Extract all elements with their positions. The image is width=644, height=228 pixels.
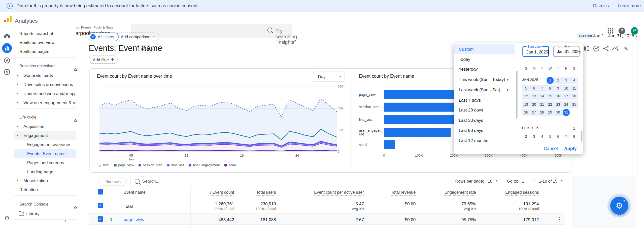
insights-spark-icon[interactable] bbox=[612, 45, 619, 52]
collapse-section-icon[interactable] bbox=[74, 65, 77, 68]
legend-item-first_visit[interactable]: first_visit bbox=[167, 163, 184, 167]
calendar-day[interactable]: 8 bbox=[546, 85, 554, 92]
calendar-day[interactable]: 21 bbox=[538, 101, 546, 108]
calendar-day[interactable]: 26 bbox=[522, 109, 530, 116]
select-all-checkbox[interactable]: − bbox=[98, 189, 103, 194]
column-header-total-users[interactable]: Total users bbox=[256, 190, 276, 194]
range-option-last-week-sun-sat-[interactable]: Last week (Sun - Sat)▸ bbox=[454, 85, 515, 95]
calendar-day[interactable]: 15 bbox=[546, 93, 554, 100]
calendar-day[interactable]: 9 bbox=[554, 85, 562, 92]
bar-user_engagement[interactable] bbox=[384, 128, 451, 137]
calendar-day[interactable]: 2 bbox=[554, 77, 562, 84]
calendar-day[interactable]: 3 bbox=[530, 133, 538, 140]
calendar-day[interactable]: 13 bbox=[530, 93, 538, 100]
data-quality-chip[interactable]: ▾ bbox=[138, 45, 153, 53]
legend-item-session_start[interactable]: session_start bbox=[139, 163, 162, 167]
prev-page-icon[interactable]: ‹ bbox=[533, 178, 535, 184]
legend-item-user_engagement[interactable]: user_engagement bbox=[189, 163, 220, 167]
explore-icon[interactable] bbox=[2, 55, 12, 65]
calendar-day[interactable]: 5 bbox=[522, 85, 530, 92]
column-header-event-count[interactable]: ↓ Event count bbox=[209, 190, 234, 194]
chevron-down-icon[interactable]: ▾ bbox=[496, 179, 497, 183]
calendar-day[interactable]: 7 bbox=[562, 133, 570, 140]
sidebar-item-pages-and-screens[interactable]: Pages and screens bbox=[14, 158, 76, 167]
share-icon[interactable] bbox=[602, 45, 609, 52]
next-page-icon[interactable]: › bbox=[561, 178, 563, 184]
calendar-day[interactable]: 11 bbox=[570, 85, 578, 92]
range-option-last-7-days[interactable]: Last 7 days bbox=[454, 95, 515, 105]
calendar-day[interactable]: 29 bbox=[546, 109, 554, 116]
calendar-day[interactable]: 23 bbox=[554, 101, 562, 108]
sidebar-item-understand-web-and-or-app-traffic[interactable]: ▸Understand web and/or app traffic bbox=[14, 89, 76, 98]
calendar-day[interactable]: 16 bbox=[554, 93, 562, 100]
calendar-day[interactable]: 4 bbox=[538, 133, 546, 140]
plot-rows-button[interactable]: Plot rows bbox=[98, 178, 126, 185]
chevron-right-icon[interactable]: ▸ bbox=[17, 122, 18, 131]
rows-per-page-value[interactable]: 10 bbox=[488, 179, 492, 183]
row-menu-icon[interactable]: ⋮ bbox=[557, 216, 562, 222]
calendar-day[interactable]: 6 bbox=[530, 85, 538, 92]
sidebar-item-acquisition[interactable]: ▸Acquisition bbox=[14, 122, 76, 131]
compare-report-icon[interactable] bbox=[583, 45, 590, 52]
sidebar-item-view-user-engagement-retention[interactable]: ▸View user engagement & retention bbox=[14, 98, 76, 107]
date-range-selector[interactable]: Jan 1 - Jan 31, 2025 ▾ bbox=[593, 33, 637, 38]
learn-more-link[interactable]: Learn more bbox=[618, 3, 641, 8]
calendar-day[interactable]: 5 bbox=[546, 133, 554, 140]
dismiss-button[interactable]: Dismiss bbox=[593, 3, 609, 8]
calendar-scrollbar[interactable] bbox=[581, 131, 583, 142]
calendar-day[interactable]: 8 bbox=[570, 133, 578, 140]
range-option-last-90-days[interactable]: Last 90 days bbox=[454, 125, 515, 136]
calendar-day[interactable]: 10 bbox=[562, 85, 570, 92]
start-date-field[interactable]: Start date Jan 1, 2025 bbox=[522, 46, 549, 57]
cancel-button[interactable]: Cancel bbox=[544, 146, 558, 151]
calendar-day[interactable]: 31 bbox=[563, 109, 570, 116]
calendar-day[interactable]: 27 bbox=[530, 109, 538, 116]
sidebar-item-engagement[interactable]: ▾Engagement bbox=[14, 131, 76, 140]
calendar-day[interactable]: 17 bbox=[562, 93, 570, 100]
range-option-today[interactable]: Today bbox=[454, 54, 515, 65]
insights-icon[interactable] bbox=[593, 45, 600, 52]
range-option-last-28-days[interactable]: Last 28 days bbox=[454, 105, 515, 115]
range-option-custom[interactable]: Custom bbox=[454, 44, 515, 54]
range-option-this-week-sun-today-[interactable]: This week (Sun - Today)▸ bbox=[454, 74, 515, 85]
interval-select[interactable]: Day ▾ bbox=[313, 72, 345, 82]
range-option-last-30-days[interactable]: Last 30 days bbox=[454, 115, 515, 125]
go-to-input[interactable]: 1 bbox=[522, 179, 524, 183]
home-icon[interactable] bbox=[2, 31, 12, 41]
column-header-total-revenue[interactable]: Total revenue bbox=[391, 190, 416, 194]
chevron-right-icon[interactable]: ▸ bbox=[17, 176, 18, 185]
calendar-day[interactable]: 18 bbox=[570, 93, 578, 100]
column-header-event-count-per-active-user[interactable]: Event count per active user bbox=[314, 190, 364, 194]
calendar-day[interactable]: 1 bbox=[547, 77, 554, 84]
row-checkbox[interactable]: ✓ bbox=[98, 203, 103, 208]
bar-session_start[interactable] bbox=[384, 103, 465, 112]
calendar-day[interactable]: 22 bbox=[546, 101, 554, 108]
collapse-section-icon[interactable] bbox=[74, 203, 77, 206]
calendar-day[interactable]: 30 bbox=[554, 109, 562, 116]
calendar-day[interactable]: 1 bbox=[570, 125, 578, 132]
sidebar-item-generate-leads[interactable]: ▸Generate leads bbox=[14, 71, 76, 80]
chevron-down-icon[interactable]: ▾ bbox=[17, 131, 18, 140]
add-dimension-button[interactable]: + bbox=[180, 189, 183, 195]
legend-item-scroll[interactable]: scroll bbox=[224, 163, 236, 167]
chevron-right-icon[interactable]: ▸ bbox=[17, 71, 18, 80]
calendar-day[interactable]: 7 bbox=[538, 85, 546, 92]
advertising-icon[interactable] bbox=[2, 67, 12, 77]
calendar-day[interactable]: 28 bbox=[538, 109, 546, 116]
add-comparison-chip[interactable]: Add comparison + bbox=[117, 33, 159, 41]
add-filter-chip[interactable]: Add filter + bbox=[89, 55, 118, 64]
calendar-day[interactable]: 19 bbox=[522, 101, 530, 108]
calendar-day[interactable]: 2 bbox=[522, 133, 530, 140]
sidebar-item-library[interactable]: Library bbox=[14, 209, 76, 218]
legend-item-page_view[interactable]: page_view bbox=[114, 163, 134, 167]
sidebar-item-retention[interactable]: Retention bbox=[14, 185, 76, 194]
column-header-engaged-sessions[interactable]: Engaged sessions bbox=[505, 190, 539, 194]
legend-item-Total[interactable]: Total bbox=[97, 163, 109, 167]
calendar-day[interactable]: 25 bbox=[570, 101, 578, 108]
column-header-event-name[interactable]: Event name bbox=[124, 190, 146, 194]
range-option-last-12-months[interactable]: Last 12 months bbox=[454, 135, 515, 143]
sidebar-item-landing-page[interactable]: Landing page bbox=[14, 167, 76, 176]
sidebar-item-monetization[interactable]: ▸Monetization bbox=[14, 176, 76, 185]
sidebar-item-events-event-name[interactable]: Events: Event name bbox=[14, 149, 76, 158]
row-checkbox[interactable]: ✓ bbox=[98, 216, 103, 222]
